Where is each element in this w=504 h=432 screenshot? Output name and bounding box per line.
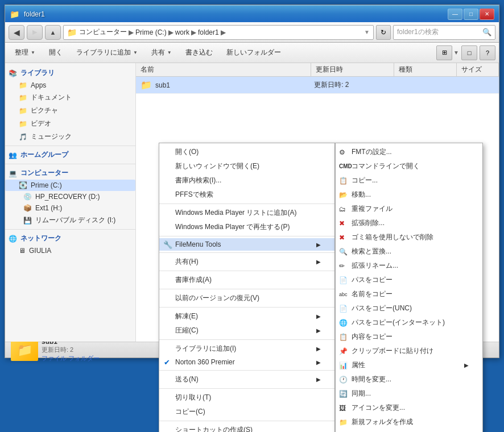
sidebar-item-drive-h[interactable]: 📦 Ext1 (H:) <box>5 202 135 214</box>
fm-copy[interactable]: 📋 コピー... <box>336 173 482 188</box>
ctx-norton[interactable]: ✔ Norton 360 Premier ▶ <box>159 356 334 368</box>
table-row[interactable]: 📁 sub1 更新日時: 2 <box>136 77 499 94</box>
sidebar-item-drive-d[interactable]: 💿 HP_RECOVERY (D:) <box>5 191 135 202</box>
fm-ext-rename[interactable]: ✏ 拡張リネーム... <box>336 259 482 273</box>
ctx-copy[interactable]: コピー(C) <box>159 405 334 419</box>
search-box[interactable]: folder1の検索 🔍 <box>393 25 495 40</box>
drive-h-icon: 📦 <box>23 204 32 212</box>
fm-paste-clipboard[interactable]: 📌 クリップボードに貼り付け <box>336 344 482 358</box>
address-path[interactable]: 📁 コンピューター ▶ Prime (C:) ▶ work ▶ folder1 … <box>63 25 374 40</box>
ctx-add-library[interactable]: ライブラリに追加(I) ▶ <box>159 342 334 356</box>
fm-new-folder[interactable]: 📁 新規フォルダを作成 <box>336 415 482 429</box>
maximize-button[interactable]: □ <box>464 9 478 20</box>
organize-button[interactable]: 整理 ▼ <box>9 45 42 61</box>
ctx-wmp-add[interactable]: Windows Media Player リストに追加(A) <box>159 206 334 220</box>
copy-internet-icon: 🌐 <box>339 319 348 327</box>
sidebar: 📚 ライブラリ 📁 Apps 📁 ドキュメント 📁 ピクチャ 📁 <box>5 63 136 342</box>
ctx-open[interactable]: 開く(O) <box>159 145 334 159</box>
col-header-size[interactable]: サイズ <box>457 63 499 76</box>
fm-fmt-settings[interactable]: ⚙ FMTの設定... <box>336 145 482 159</box>
ctx-restore-versions[interactable]: 以前のバージョンの復元(V) <box>159 291 334 305</box>
duplicate-icon: 🗂 <box>339 205 346 213</box>
sidebar-section-library[interactable]: 📚 ライブラリ <box>5 67 135 80</box>
sidebar-item-video[interactable]: 📁 ビデオ <box>5 117 135 130</box>
fm-copy-content[interactable]: 📋 内容をコピー <box>336 330 482 344</box>
sidebar-section-homegroup[interactable]: 👥 ホームグループ <box>5 148 135 161</box>
fm-copy-path-unc[interactable]: 📄 パスをコピー(UNC) <box>336 301 482 315</box>
burn-label: 書き込む <box>185 48 213 57</box>
fm-duplicate[interactable]: 🗂 重複ファイル <box>336 202 482 216</box>
minimize-button[interactable]: — <box>448 9 462 20</box>
fm-move[interactable]: 📂 移動... <box>336 188 482 202</box>
fm-copy-path-internet[interactable]: 🌐 パスをコピー(インターネット) <box>336 315 482 330</box>
sidebar-section-computer[interactable]: 💻 コンピューター <box>5 167 135 180</box>
fm-search-replace[interactable]: 🔍 検索と置換... <box>336 244 482 259</box>
status-folder-thumb: 📁 <box>11 339 38 361</box>
share-button[interactable]: 共有 ▼ <box>145 45 178 61</box>
norton-check: ✔ <box>164 358 170 367</box>
close-button[interactable]: ✕ <box>480 9 494 20</box>
search-placeholder: folder1の検索 <box>397 27 482 37</box>
fm-change-icon[interactable]: 🖼 アイコンを変更... <box>336 401 482 415</box>
fm-attributes[interactable]: 📊 属性 ▶ <box>336 358 482 372</box>
window-title: folder1 <box>22 10 448 18</box>
ctx-cut[interactable]: 切り取り(T) <box>159 391 334 405</box>
burn-button[interactable]: 書き込む <box>179 45 219 61</box>
ctx-library-search[interactable]: 書庫内検索(I)... <box>159 173 334 188</box>
col-header-type[interactable]: 種類 <box>394 63 457 76</box>
preview-pane-button[interactable]: □ <box>461 45 477 60</box>
fm-sync[interactable]: 🔄 同期... <box>336 387 482 401</box>
fm-folder-size[interactable]: 📊 フォルダサイズ <box>336 429 482 432</box>
sidebar-item-documents[interactable]: 📁 ドキュメント <box>5 91 135 104</box>
copy-name-icon: abc <box>339 292 348 297</box>
status-folder-icon: 📁 <box>17 343 32 358</box>
file-name-cell: 📁 sub1 <box>138 80 312 90</box>
view-icon-button[interactable]: ⊞ <box>436 45 452 60</box>
new-folder-button[interactable]: 新しいフォルダー <box>220 45 287 61</box>
fm-copy-path[interactable]: 📄 パスをコピー <box>336 273 482 287</box>
fm-ext-delete[interactable]: ✖ 拡張削除... <box>336 216 482 230</box>
up-button[interactable]: ▲ <box>45 25 61 40</box>
ctx-open-new-window[interactable]: 新しいウィンドウで開く(E) <box>159 159 334 173</box>
ctx-share[interactable]: 共有(H) ▶ <box>159 255 334 269</box>
drive-d-icon: 💿 <box>23 193 32 201</box>
ctx-filemenu-tools[interactable]: 🔧 FileMenu Tools ▶ <box>159 238 334 251</box>
drive-d-label: HP_RECOVERY (D:) <box>35 193 100 201</box>
sidebar-divider-1 <box>5 146 135 146</box>
sidebar-item-giulia[interactable]: 🖥 GIULIA <box>5 245 135 256</box>
refresh-button[interactable]: ↻ <box>376 25 391 40</box>
col-header-date[interactable]: 更新日時 <box>311 63 394 76</box>
copy-content-icon: 📋 <box>339 333 348 341</box>
sidebar-section-network[interactable]: 🌐 ネットワーク <box>5 232 135 245</box>
ctx-compress[interactable]: 圧縮(C) ▶ <box>159 323 334 338</box>
ctx-pffs-search[interactable]: PFFSで検索 <box>159 188 334 202</box>
ctx-extract[interactable]: 解凍(E) ▶ <box>159 309 334 323</box>
open-button[interactable]: 開く <box>43 45 69 61</box>
sidebar-item-pictures[interactable]: 📁 ピクチャ <box>5 104 135 117</box>
ctx-create-archive[interactable]: 書庫作成(A) <box>159 273 334 287</box>
fm-copy-name[interactable]: abc 名前をコピー <box>336 287 482 301</box>
sidebar-item-drive-c[interactable]: 💽 Prime (C:) <box>5 180 135 191</box>
sidebar-divider-3 <box>5 229 135 230</box>
ctx-create-shortcut[interactable]: ショートカットの作成(S) <box>159 423 334 432</box>
ctx-send-to[interactable]: 送る(N) ▶ <box>159 372 334 387</box>
col-header-name[interactable]: 名前 <box>136 63 311 76</box>
sidebar-item-apps[interactable]: 📁 Apps <box>5 80 135 91</box>
sidebar-item-drive-i[interactable]: 💾 リムーバブル ディスク (I:) <box>5 214 135 227</box>
search-icon[interactable]: 🔍 <box>482 28 491 36</box>
toolbar-right: ⊞ ▼ □ ? <box>436 45 495 60</box>
toolbar: 整理 ▼ 開く ライブラリに追加 ▼ 共有 ▼ 書き込む 新しいフォルダー ⊞ <box>5 43 499 63</box>
back-button[interactable]: ◀ <box>9 25 24 40</box>
ctx-sep-5 <box>159 289 334 289</box>
ctx-wmp-play[interactable]: Windows Media Player で再生する(P) <box>159 220 334 234</box>
forward-button[interactable]: ▶ <box>27 25 43 40</box>
search-replace-icon: 🔍 <box>339 248 348 256</box>
fm-no-recycle-delete[interactable]: ✖ ゴミ箱を使用しないで削除 <box>336 230 482 244</box>
organize-arrow: ▼ <box>31 50 35 55</box>
sidebar-item-music[interactable]: 🎵 ミュージック <box>5 130 135 143</box>
help-button[interactable]: ? <box>480 45 495 60</box>
fm-change-time[interactable]: 🕐 時間を変更... <box>336 372 482 387</box>
fm-cmd-open[interactable]: CMD コマンドラインで開く <box>336 159 482 173</box>
add-library-button[interactable]: ライブラリに追加 ▼ <box>70 45 144 61</box>
ctx-sep-3 <box>159 252 334 253</box>
